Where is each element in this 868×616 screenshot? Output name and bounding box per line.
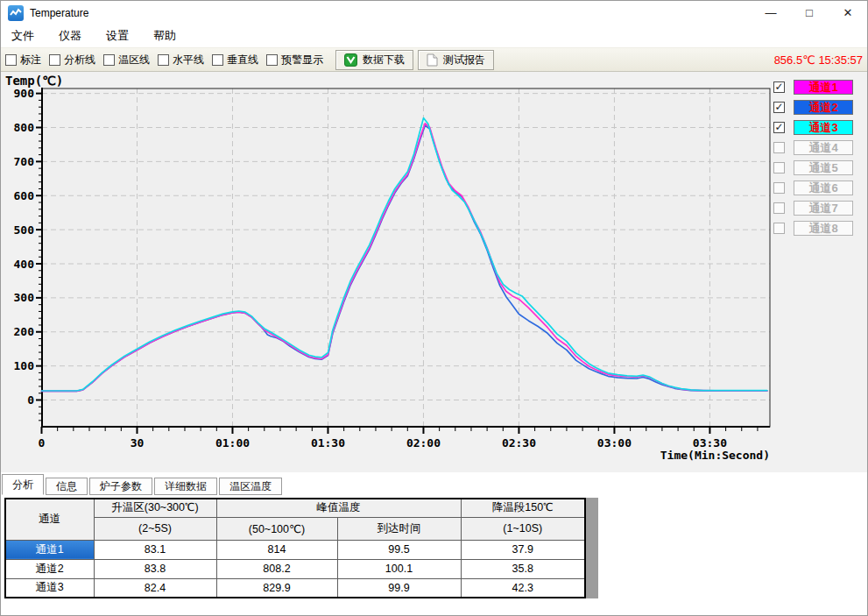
toolbar-checkbox-4[interactable]: 垂直线 [212, 53, 258, 67]
checkbox-icon[interactable] [5, 54, 17, 66]
checkbox-icon[interactable] [212, 54, 223, 66]
value-cell: 83.8 [94, 559, 216, 578]
chart-panel: 010020030040050060070080090003001:0001:3… [1, 72, 868, 472]
tab-5[interactable]: 温区温度 [219, 478, 282, 495]
col-subheader-peakrange: (50~100℃) [216, 517, 337, 540]
toolbar: 标注分析线温区线水平线垂直线预警显示 数据下载 测试报告 856.5℃ 15:3… [1, 47, 867, 72]
channel-row-1: ✓通道1 [773, 80, 853, 95]
maximize-button[interactable]: □ [790, 2, 829, 25]
row-channel-cell[interactable]: 通道2 [5, 559, 94, 578]
close-button[interactable]: ✕ [829, 2, 867, 25]
app-window: Temperature — □ ✕ 文件 仪器 设置 帮助 标注分析线温区线水平… [0, 0, 868, 616]
channel-checkbox-1[interactable]: ✓ [773, 81, 785, 93]
value-cell: 99.5 [337, 540, 461, 559]
toolbar-checkbox-2[interactable]: 温区线 [103, 53, 150, 67]
toolbar-checkbox-0[interactable]: 标注 [5, 53, 41, 67]
menu-help[interactable]: 帮助 [141, 28, 188, 44]
toolbar-checkbox-label: 预警显示 [281, 53, 323, 67]
channel-checkbox-3[interactable]: ✓ [773, 122, 785, 133]
channel-row-2: ✓通道2 [773, 100, 853, 115]
svg-text:30: 30 [131, 436, 145, 450]
col-header-rampzone: 升温区(30~300℃) [94, 499, 216, 517]
tab-2[interactable]: 信息 [46, 478, 88, 495]
channel-checkbox-6[interactable] [773, 182, 785, 194]
channel-checkbox-2[interactable]: ✓ [773, 102, 785, 113]
table-row-2: 通道283.8808.2100.135.8 [5, 559, 585, 578]
channel-button-4[interactable]: 通道4 [794, 140, 853, 155]
svg-text:600: 600 [14, 189, 35, 202]
toolbar-checkbox-3[interactable]: 水平线 [158, 53, 204, 67]
svg-text:03:00: 03:00 [597, 436, 632, 450]
tab-4[interactable]: 详细数据 [154, 478, 217, 495]
test-report-button[interactable]: 测试报告 [418, 50, 494, 70]
toolbar-checkbox-1[interactable]: 分析线 [49, 53, 95, 67]
svg-text:400: 400 [14, 258, 35, 271]
table-row-3: 通道382.4829.999.942.3 [5, 578, 585, 598]
value-cell: 99.9 [337, 578, 461, 598]
svg-text:01:00: 01:00 [215, 436, 250, 450]
tab-1[interactable]: 分析 [2, 474, 44, 495]
channel-button-7[interactable]: 通道7 [794, 201, 853, 216]
toolbar-checkbox-5[interactable]: 预警显示 [266, 53, 323, 67]
col-subheader-cool: (1~10S) [461, 517, 585, 540]
x-axis-title: Time(Min:Second) [660, 449, 770, 462]
channel-row-5: 通道5 [773, 160, 853, 175]
channel-button-3[interactable]: 通道3 [794, 120, 853, 135]
channel-button-5[interactable]: 通道5 [794, 160, 853, 175]
checkbox-icon[interactable] [266, 54, 278, 66]
current-temperature: 856.5℃ [774, 53, 815, 67]
data-download-label: 数据下载 [363, 53, 405, 67]
app-icon [8, 5, 24, 21]
col-subheader-arrival: 到达时间 [337, 517, 461, 540]
tab-bar: 分析信息炉子参数详细数据温区温度 [2, 474, 284, 495]
svg-text:02:00: 02:00 [406, 436, 441, 450]
channel-row-4: 通道4 [773, 140, 853, 155]
svg-text:0: 0 [39, 436, 46, 450]
toolbar-checkbox-label: 标注 [20, 53, 41, 67]
data-download-button[interactable]: 数据下载 [335, 50, 413, 70]
toolbar-checkbox-label: 水平线 [173, 53, 204, 67]
channel-button-2[interactable]: 通道2 [794, 100, 853, 115]
report-icon [427, 53, 438, 67]
channel-button-6[interactable]: 通道6 [794, 181, 853, 195]
row-channel-cell[interactable]: 通道1 [5, 540, 94, 559]
value-cell: 83.1 [94, 540, 216, 559]
tab-3[interactable]: 炉子参数 [89, 478, 152, 495]
channel-checkbox-8[interactable] [773, 223, 785, 234]
svg-text:02:30: 02:30 [502, 436, 536, 450]
value-cell: 808.2 [216, 559, 337, 578]
svg-text:300: 300 [14, 291, 35, 304]
svg-text:0: 0 [27, 393, 34, 407]
menu-settings[interactable]: 设置 [94, 28, 141, 44]
col-subheader-ramp: (2~5S) [94, 517, 216, 540]
svg-text:200: 200 [14, 325, 35, 338]
value-cell: 37.9 [461, 540, 585, 559]
channel-checkbox-4[interactable] [773, 142, 785, 153]
menu-instrument[interactable]: 仪器 [46, 28, 94, 44]
value-cell: 82.4 [94, 578, 216, 598]
window-title: Temperature [30, 7, 88, 19]
checkbox-icon[interactable] [158, 54, 169, 66]
toolbar-checkbox-label: 分析线 [64, 53, 95, 67]
analysis-table: 通道 升温区(30~300℃) 峰值温度 降温段150℃ (2~5S) (50~… [4, 498, 586, 598]
value-cell: 35.8 [461, 559, 585, 578]
menu-file[interactable]: 文件 [1, 28, 46, 44]
channel-button-8[interactable]: 通道8 [794, 221, 853, 236]
table-row-1: 通道183.181499.537.9 [5, 540, 585, 559]
col-header-cooling: 降温段150℃ [461, 499, 585, 517]
channel-checkbox-7[interactable] [773, 202, 785, 214]
channel-row-7: 通道7 [773, 201, 853, 216]
channel-checkbox-5[interactable] [773, 162, 785, 173]
svg-text:500: 500 [14, 223, 35, 237]
row-channel-cell[interactable]: 通道3 [5, 578, 94, 598]
minimize-button[interactable]: — [752, 2, 790, 25]
channel-legend: ✓通道1✓通道2✓通道3通道4通道5通道6通道7通道8 [773, 80, 853, 241]
menu-bar: 文件 仪器 设置 帮助 [1, 25, 867, 47]
value-cell: 100.1 [337, 559, 461, 578]
col-header-peak: 峰值温度 [216, 499, 461, 517]
checkbox-icon[interactable] [103, 54, 115, 66]
channel-button-1[interactable]: 通道1 [794, 80, 853, 95]
value-cell: 829.9 [216, 578, 337, 598]
svg-text:700: 700 [14, 155, 35, 168]
checkbox-icon[interactable] [49, 54, 60, 66]
